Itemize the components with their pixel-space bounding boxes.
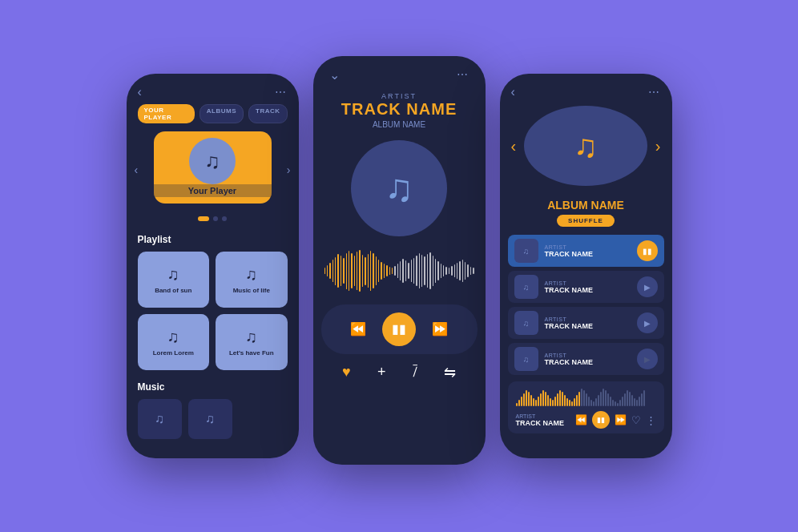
phone-1: ‹ ⋯ YOUR PLAYER ALBUMS TRACK ‹ ♫ Your Pl… (127, 74, 299, 458)
back-arrow-icon[interactable]: ‹ (138, 85, 142, 99)
carousel-indicators (127, 212, 299, 229)
track-name-1: TRACK NAME (545, 250, 631, 258)
mini-track-info: ARTIST TRACK NAME (516, 413, 569, 427)
track-info: ARTIST TRACK NAME ALBUM NAME (313, 89, 486, 140)
mini-rewind-button[interactable]: ⏪ (575, 414, 587, 425)
tab-albums[interactable]: ALBUMS (200, 104, 244, 123)
note-icon: ♫ (167, 265, 179, 284)
p1-tabs: YOUR PLAYER ALBUMS TRACK (127, 104, 299, 131)
playlist-label-2: Music of life (233, 287, 270, 294)
phone-2: ⌄ ⋯ ARTIST TRACK NAME ALBUM NAME ♫ ⏪ ▮▮ … (313, 56, 486, 465)
play-icon: ▶ (644, 355, 651, 364)
more-options-icon[interactable]: ⋯ (457, 68, 470, 81)
p3-album-art: ♫ (524, 106, 647, 186)
next-album-button[interactable]: › (655, 137, 661, 155)
like-button[interactable]: ♥ (342, 364, 351, 381)
mini-controls: ARTIST TRACK NAME ⏪ ▮▮ ⏩ ♡ ⋮ (516, 411, 656, 429)
chevron-down-icon[interactable]: ⌄ (329, 67, 340, 83)
p1-carousel: ‹ ♫ Your Player › (135, 131, 291, 212)
track-play-button-2[interactable]: ▶ (637, 276, 658, 297)
waveform (324, 249, 474, 293)
rewind-button[interactable]: ⏪ (350, 321, 366, 337)
playlist-item-1[interactable]: ♫ Band of sun (138, 252, 210, 308)
p3-shuffle-area: SHUFFLE (500, 215, 672, 235)
track-info-4: ARTIST TRACK NAME (545, 353, 631, 366)
mini-forward-button[interactable]: ⏩ (615, 414, 627, 425)
track-row-4[interactable]: ♫ ARTIST TRACK NAME ▶ (508, 343, 664, 375)
hero-card: ♫ Your Player (154, 131, 272, 204)
track-thumb-2: ♫ (514, 275, 538, 299)
track-artist-3: ARTIST (545, 316, 631, 322)
carousel-prev-button[interactable]: ‹ (135, 163, 139, 176)
carousel-next-button[interactable]: › (287, 163, 291, 176)
hero-album-art: ♫ (189, 138, 236, 184)
track-info-3: ARTIST TRACK NAME (545, 316, 631, 330)
track-row-2[interactable]: ♫ ARTIST TRACK NAME ▶ (508, 271, 664, 303)
dot-2[interactable] (213, 216, 218, 221)
dot-3[interactable] (222, 216, 227, 221)
note-icon: ♫ (523, 247, 530, 256)
phones-container: ‹ ⋯ YOUR PLAYER ALBUMS TRACK ‹ ♫ Your Pl… (111, 44, 688, 489)
playlist-label-4: Let's have Fun (229, 349, 274, 357)
music-note-icon: ♫ (574, 128, 598, 164)
playlist-item-4[interactable]: ♫ Let's have Fun (216, 314, 288, 370)
track-row-1[interactable]: ♫ ARTIST TRACK NAME ▮▮ (508, 235, 664, 267)
p3-header: ‹ ⋯ (500, 74, 672, 106)
track-artist-2: ARTIST (545, 280, 631, 286)
note-icon: ♫ (523, 283, 530, 292)
pause-button[interactable]: ▮▮ (382, 312, 416, 346)
mini-waveform (516, 386, 656, 406)
shuffle-button[interactable]: SHUFFLE (557, 215, 615, 227)
hero-label: Your Player (154, 184, 272, 197)
playlist-label-3: Lorem Lorem (153, 349, 194, 357)
more-options-icon[interactable]: ⋯ (648, 86, 661, 99)
music-item-2[interactable]: ♫ (188, 399, 232, 439)
mini-like-button[interactable]: ♡ (631, 414, 641, 426)
artist-label: ARTIST (313, 92, 486, 100)
playlist-item-3[interactable]: ♫ Lorem Lorem (138, 314, 210, 370)
play-icon: ▶ (644, 283, 651, 292)
back-icon[interactable]: ‹ (511, 85, 515, 99)
note-icon: ♫ (245, 328, 257, 346)
playback-controls: ⏪ ▮▮ ⏩ (321, 304, 478, 354)
music-row: ♫ ♫ (127, 399, 299, 439)
track-pause-button[interactable]: ▮▮ (637, 240, 658, 261)
more-options-icon[interactable]: ⋯ (275, 86, 288, 99)
note-icon: ♫ (523, 355, 530, 364)
mini-pause-button[interactable]: ▮▮ (592, 411, 610, 429)
track-artist-1: ARTIST (545, 244, 631, 250)
add-button[interactable]: + (377, 364, 386, 381)
dot-1[interactable] (198, 216, 209, 221)
track-play-button-3[interactable]: ▶ (637, 312, 658, 333)
shuffle-button[interactable]: ⇋ (444, 364, 456, 381)
action-bar: ♥ + ⧶ ⇋ (313, 354, 486, 389)
mini-btn-group: ⏪ ▮▮ ⏩ ♡ ⋮ (575, 411, 656, 429)
playlist-item-2[interactable]: ♫ Music of life (216, 252, 288, 308)
tab-track[interactable]: TRACK (248, 104, 288, 123)
track-name-4: TRACK NAME (545, 358, 631, 366)
track-thumb-3: ♫ (514, 311, 538, 335)
note-icon: ♫ (167, 328, 179, 346)
music-note-icon: ♫ (204, 149, 220, 174)
track-name-2: TRACK NAME (545, 286, 631, 294)
track-info-2: ARTIST TRACK NAME (545, 280, 631, 294)
track-row-3[interactable]: ♫ ARTIST TRACK NAME ▶ (508, 307, 664, 339)
track-thumb-4: ♫ (514, 347, 538, 371)
prev-album-button[interactable]: ‹ (511, 137, 517, 155)
fullscreen-button[interactable]: ⧶ (413, 364, 417, 381)
playlist-grid: ♫ Band of sun ♫ Music of life ♫ Lorem Lo… (127, 252, 299, 378)
mini-more-button[interactable]: ⋮ (646, 414, 656, 426)
track-play-button-4[interactable]: ▶ (637, 349, 658, 369)
p3-album-section: ‹ ♫ › (500, 106, 672, 194)
playlist-label-1: Band of sun (155, 287, 191, 294)
track-info-1: ARTIST TRACK NAME (545, 244, 631, 258)
tab-your-player[interactable]: YOUR PLAYER (138, 104, 195, 123)
mini-player: ARTIST TRACK NAME ⏪ ▮▮ ⏩ ♡ ⋮ (508, 381, 664, 433)
music-note-icon: ♫ (205, 412, 215, 426)
music-item-1[interactable]: ♫ (138, 399, 182, 439)
track-artist-4: ARTIST (545, 353, 631, 358)
album-name: ALBUM NAME (313, 120, 486, 129)
track-name-3: TRACK NAME (545, 322, 631, 330)
mini-track-name: TRACK NAME (516, 419, 569, 427)
fast-forward-button[interactable]: ⏩ (432, 321, 448, 337)
